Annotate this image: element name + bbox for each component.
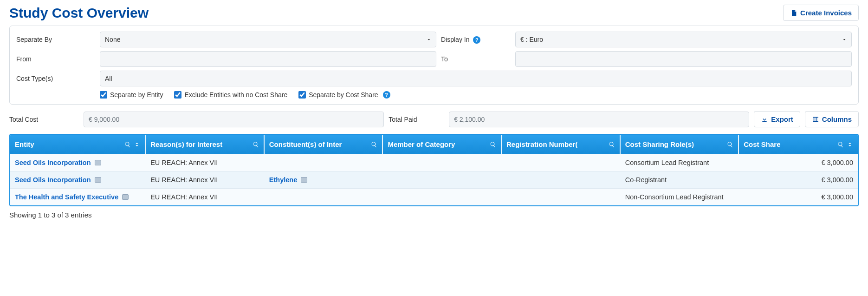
- cell-member-of: [383, 154, 502, 171]
- cell-member-of: [383, 188, 502, 205]
- invoice-icon: [790, 9, 797, 17]
- exclude-no-share-check[interactable]: Exclude Entities with no Cost Share: [174, 91, 287, 99]
- total-cost-label: Total Cost: [9, 116, 79, 123]
- col-constituents[interactable]: Constituent(s) of Inter: [265, 135, 383, 154]
- columns-icon: [812, 116, 819, 123]
- cell-roles: Consortium Lead Registrant: [621, 154, 739, 171]
- entity-link[interactable]: Seed Oils Incorporation: [15, 176, 91, 184]
- columns-label: Columns: [822, 115, 852, 123]
- entity-card-icon[interactable]: [122, 194, 129, 200]
- col-reg-number[interactable]: Registration Number(: [502, 135, 621, 154]
- from-label: From: [16, 55, 95, 63]
- cell-constituents: [265, 154, 383, 171]
- cell-entity: The Health and Safety Executive: [10, 188, 146, 205]
- constituent-card-icon[interactable]: [301, 177, 307, 183]
- to-label: To: [441, 55, 511, 63]
- cell-roles: Co-Registrant: [621, 171, 739, 188]
- info-icon[interactable]: ?: [473, 36, 480, 44]
- cost-types-label: Cost Type(s): [16, 75, 95, 82]
- cost-types-input[interactable]: [100, 71, 852, 86]
- display-in-select[interactable]: € : Euro: [515, 32, 852, 47]
- search-icon[interactable]: [837, 141, 844, 148]
- table-row: Seed Oils Incorporation EU REACH: Annex …: [10, 171, 858, 188]
- separate-by-entity-checkbox[interactable]: [100, 91, 107, 99]
- export-button[interactable]: Export: [754, 111, 800, 127]
- cell-reasons: EU REACH: Annex VII: [146, 154, 265, 171]
- entity-card-icon[interactable]: [95, 177, 101, 183]
- columns-button[interactable]: Columns: [805, 111, 859, 127]
- separate-by-entity-check[interactable]: Separate by Entity: [100, 91, 163, 99]
- table-row: Seed Oils Incorporation EU REACH: Annex …: [10, 154, 858, 171]
- create-invoices-button[interactable]: Create Invoices: [783, 5, 859, 21]
- total-paid-field: € 2,100.00: [449, 112, 749, 127]
- cell-constituents: [265, 188, 383, 205]
- total-cost-field: € 9,000.00: [84, 112, 384, 127]
- separate-by-cost-share-check[interactable]: Separate by Cost Share ?: [298, 91, 390, 99]
- search-icon[interactable]: [490, 141, 496, 148]
- sort-icon[interactable]: [134, 141, 140, 148]
- create-invoices-label: Create Invoices: [800, 9, 852, 17]
- cell-entity: Seed Oils Incorporation: [10, 171, 146, 188]
- constituent-link[interactable]: Ethylene: [269, 176, 297, 184]
- search-icon[interactable]: [727, 141, 733, 148]
- cell-cost-share: € 3,000.00: [739, 154, 858, 171]
- entity-link[interactable]: The Health and Safety Executive: [15, 193, 118, 201]
- sort-icon[interactable]: [847, 141, 853, 148]
- cell-member-of: [383, 171, 502, 188]
- data-table: Entity Reason(s) for Interest Constituen…: [9, 134, 859, 206]
- col-cost-share[interactable]: Cost Share: [739, 135, 858, 154]
- cell-entity: Seed Oils Incorporation: [10, 154, 146, 171]
- download-icon: [761, 116, 768, 123]
- entity-link[interactable]: Seed Oils Incorporation: [15, 159, 91, 166]
- from-input[interactable]: [100, 51, 436, 67]
- to-input[interactable]: [515, 51, 852, 67]
- filter-panel: Separate By None Display In ? € : Euro F…: [9, 26, 859, 105]
- export-label: Export: [771, 115, 793, 123]
- separate-by-cost-share-label: Separate by Cost Share: [309, 91, 378, 99]
- cell-roles: Non-Consortium Lead Registrant: [621, 188, 739, 205]
- exclude-no-share-label: Exclude Entities with no Cost Share: [184, 91, 287, 99]
- display-in-label: Display In ?: [441, 36, 511, 44]
- separate-by-label: Separate By: [16, 36, 95, 43]
- exclude-no-share-checkbox[interactable]: [174, 91, 181, 99]
- entity-card-icon[interactable]: [95, 160, 101, 165]
- col-roles[interactable]: Cost Sharing Role(s): [621, 135, 739, 154]
- search-icon[interactable]: [124, 141, 131, 148]
- cell-reg-number: [502, 171, 621, 188]
- table-row: The Health and Safety Executive EU REACH…: [10, 188, 858, 205]
- cell-cost-share: € 3,000.00: [739, 188, 858, 205]
- table-footer: Showing 1 to 3 of 3 entries: [9, 211, 859, 219]
- col-entity[interactable]: Entity: [10, 135, 146, 154]
- search-icon[interactable]: [609, 141, 615, 148]
- cell-cost-share: € 3,000.00: [739, 171, 858, 188]
- col-reasons[interactable]: Reason(s) for Interest: [146, 135, 265, 154]
- cell-reasons: EU REACH: Annex VII: [146, 171, 265, 188]
- separate-by-cost-share-checkbox[interactable]: [298, 91, 306, 99]
- page-title: Study Cost Overview: [9, 5, 149, 21]
- info-icon[interactable]: ?: [383, 91, 390, 99]
- cell-reg-number: [502, 154, 621, 171]
- separate-by-entity-label: Separate by Entity: [110, 91, 163, 99]
- total-paid-label: Total Paid: [389, 116, 444, 123]
- separate-by-select[interactable]: None: [100, 32, 436, 47]
- search-icon[interactable]: [371, 141, 377, 148]
- cell-constituents: Ethylene: [265, 171, 383, 188]
- cell-reg-number: [502, 188, 621, 205]
- col-member-of[interactable]: Member of Category: [383, 135, 502, 154]
- cell-reasons: EU REACH: Annex VII: [146, 188, 265, 205]
- search-icon[interactable]: [253, 141, 259, 148]
